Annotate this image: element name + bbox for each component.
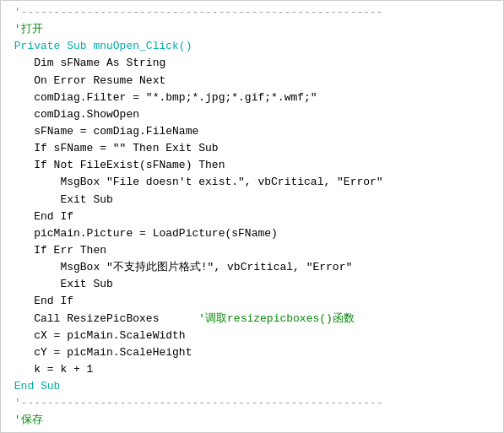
code-line: If Not FileExist(sFName) Then (1, 157, 503, 174)
code-line: If sFName = "" Then Exit Sub (1, 140, 503, 157)
code-line: End Sub (1, 378, 503, 395)
code-line: If Err Then (1, 242, 503, 259)
code-line: End If (1, 208, 503, 225)
code-line: k = k + 1 (1, 361, 503, 378)
code-line: sFName = comDiag.FileName (1, 123, 503, 140)
code-line: Private Sub mnuOpen_Click() (1, 38, 503, 55)
code-line: Call ResizePicBoxes '调取resizepicboxes()函… (1, 311, 503, 327)
code-line: Exit Sub (1, 276, 503, 293)
code-line: End If (1, 293, 503, 310)
code-line: MsgBox "不支持此图片格式!", vbCritical, "Error" (1, 259, 503, 276)
code-line: Exit Sub (1, 192, 503, 208)
code-line: '保存 (1, 412, 503, 429)
code-line: Dim sFName As String (1, 55, 503, 72)
code-line: picMain.Picture = LoadPicture(sFName) (1, 225, 503, 242)
code-editor: '---------------------------------------… (0, 0, 504, 433)
code-line: Private Sub mnuSave_Click() (1, 430, 503, 433)
code-line: On Error Resume Next (1, 73, 503, 89)
code-line: cX = picMain.ScaleWidth (1, 327, 503, 344)
code-line: comDiag.Filter = "*.bmp;*.jpg;*.gif;*.wm… (1, 89, 503, 106)
code-line: '打开 (1, 21, 503, 38)
code-line: comDiag.ShowOpen (1, 106, 503, 123)
code-line: cY = picMain.ScaleHeight (1, 344, 503, 361)
code-line: MsgBox "File doesn't exist.", vbCritical… (1, 174, 503, 191)
code-line: '---------------------------------------… (1, 4, 503, 21)
code-line: '---------------------------------------… (1, 395, 503, 412)
